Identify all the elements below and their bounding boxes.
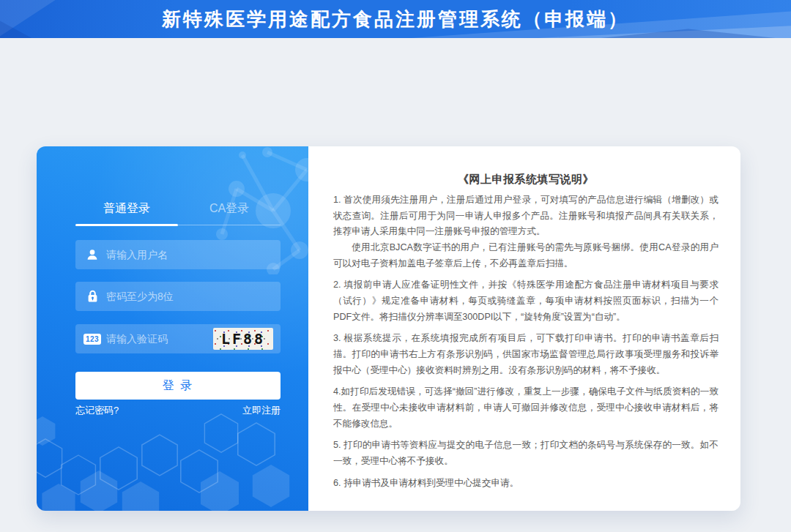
instruction-paragraph: 5. 打印的申请书等资料应与提交的电子信息一致；打印文档的条码号与系统保存的一致…: [333, 438, 718, 469]
instructions-panel: 《网上申报系统填写说明》 1. 首次使用须先注册用户，注册后通过用户登录，可对填…: [308, 146, 740, 511]
password-input[interactable]: [106, 291, 273, 302]
password-field-wrapper: [75, 282, 281, 311]
tab-normal-login[interactable]: 普通登录: [75, 198, 178, 225]
lock-icon: [83, 290, 102, 303]
captcha-123-icon: 123: [83, 334, 102, 345]
app-header: 新特殊医学用途配方食品注册管理系统（申报端）: [0, 0, 791, 38]
instruction-paragraph: 2. 填报前申请人应准备证明性文件，并按《特殊医学用途配方食品注册申请材料项目与…: [333, 277, 718, 325]
instruction-paragraph: 1. 首次使用须先注册用户，注册后通过用户登录，可对填写的产品信息进行编辑（增删…: [333, 192, 718, 240]
tab-ca-login[interactable]: CA登录: [178, 198, 281, 225]
login-links: 忘记密码? 立即注册: [75, 404, 281, 417]
forgot-password-link[interactable]: 忘记密码?: [75, 404, 119, 417]
user-icon: [83, 248, 102, 261]
instruction-paragraph: 使用北京BJCA数字证书的用户，已有注册账号的需先与原账号捆绑。使用CA登录的用…: [333, 240, 718, 271]
login-tabs: 普通登录 CA登录: [75, 198, 281, 225]
captcha-input[interactable]: [106, 333, 213, 345]
login-card: 普通登录 CA登录: [37, 146, 740, 511]
instruction-paragraph: 6. 持申请书及申请材料到受理中心提交申请。: [333, 476, 718, 492]
login-panel: 普通登录 CA登录: [37, 146, 308, 511]
instruction-paragraph: 4.如打印后发现错误，可选择“撤回”进行修改，重复上一步骤，确保电子文件与纸质资…: [333, 384, 718, 432]
captcha-field-wrapper: 123 LF88: [75, 324, 281, 353]
page-title: 新特殊医学用途配方食品注册管理系统（申报端）: [162, 7, 629, 32]
hexagon-decoration: [37, 401, 308, 511]
username-input[interactable]: [106, 249, 273, 261]
login-button[interactable]: 登 录: [75, 372, 281, 400]
captcha-image[interactable]: LF88: [213, 328, 273, 350]
instruction-paragraph: 3. 根据系统提示，在系统填报完成所有项目后，可下载打印申请书。打印的申请书盖章…: [333, 331, 718, 378]
register-link[interactable]: 立即注册: [242, 404, 281, 417]
username-field-wrapper: [75, 240, 281, 269]
instructions-title: 《网上申报系统填写说明》: [333, 173, 718, 187]
